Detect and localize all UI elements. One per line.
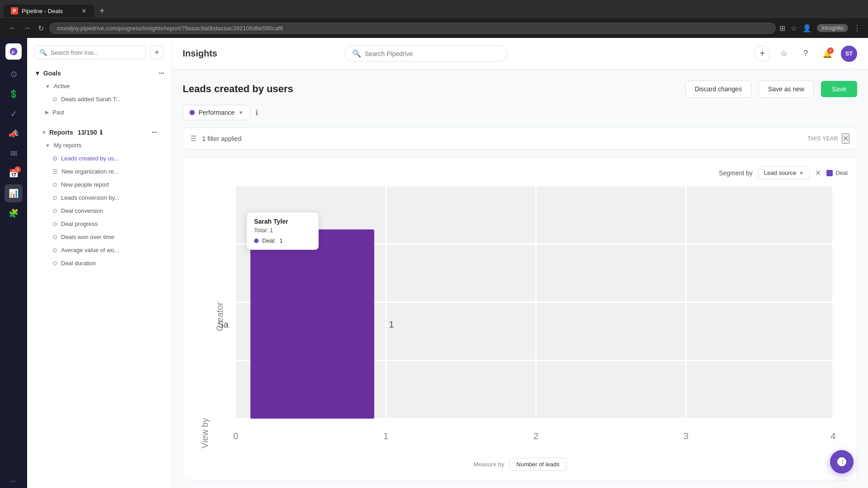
sidebar-item-new-org[interactable]: ☰ New organization re...	[34, 165, 164, 178]
sidebar-item-my-reports[interactable]: ▼ My reports	[34, 139, 164, 152]
reload-button[interactable]: ↻	[36, 22, 46, 34]
notification-badge: 2	[827, 47, 834, 54]
deal-progress-icon: ⊙	[52, 221, 57, 227]
notification-icon[interactable]: 🔔 2	[819, 46, 835, 62]
address-bar[interactable]: moodjoy.pipedrive.com/progress/insights/…	[49, 23, 776, 34]
filter-bar: ☰ 1 filter applied THIS YEAR ✕	[183, 127, 857, 150]
sidebar-item-deal-progress[interactable]: ⊙ Deal progress	[34, 217, 164, 230]
save-as-new-button[interactable]: Save as new	[759, 80, 814, 98]
extensions-icon[interactable]: ⊞	[779, 24, 785, 33]
forward-button[interactable]: →	[22, 22, 33, 34]
rail-calendar-icon[interactable]: 📅 2	[5, 164, 23, 183]
goals-collapse-icon: ▼	[34, 70, 41, 77]
report-area: Leads created by users Discard changes S…	[172, 70, 868, 488]
sidebar-item-leads-created[interactable]: ⊙ Leads created by us...	[34, 152, 164, 165]
user-avatar[interactable]: ST	[841, 46, 857, 62]
leads-created-label: Leads created by us...	[61, 155, 119, 162]
reports-count-label: 13/150	[78, 129, 97, 136]
chart-card: Segment by Lead source ▼ ✕ Deal	[183, 157, 857, 480]
rail-home-icon[interactable]: ⊙	[5, 65, 23, 83]
reports-section: ▼ Reports 13/150 ℹ ··· ▼ My reports ⊙ Le…	[27, 122, 171, 273]
close-filter-button[interactable]: ✕	[842, 133, 849, 144]
tooltip-deal-label: Deal:	[262, 237, 276, 244]
sidebar-item-leads-conversion[interactable]: ⊙ Leads conversion by...	[34, 191, 164, 204]
bookmark-icon[interactable]: ☆	[791, 24, 797, 33]
deal-duration-label: Deal duration	[61, 260, 96, 267]
close-segment-button[interactable]: ✕	[815, 169, 821, 177]
sidebar-search-icon: 🔍	[39, 49, 47, 56]
active-tab[interactable]: P Pipeline - Deals ✕	[4, 5, 94, 17]
svg-text:p: p	[12, 49, 15, 54]
sidebar-item-deal-duration[interactable]: ⊙ Deal duration	[34, 257, 164, 270]
legend-deal-dot	[826, 170, 833, 176]
chart-container: 0 1 2 3 4 Sa 1 Creator View by	[192, 185, 848, 449]
sidebar-item-deals-won[interactable]: ⊙ Deals won over time	[34, 230, 164, 244]
nav-icons: ⊞ ☆ 👤 Incognito ⋮	[779, 24, 861, 33]
menu-icon[interactable]: ⋮	[854, 24, 861, 33]
sidebar-add-button[interactable]: +	[150, 45, 164, 60]
svg-text:View by: View by	[200, 418, 210, 449]
sidebar-item-avg-value[interactable]: ⊙ Average value of wo...	[34, 244, 164, 257]
bookmark-star-icon[interactable]: ☆	[776, 46, 792, 62]
leads-created-icon: ⊙	[52, 155, 57, 162]
rail-deals-icon[interactable]: 💲	[5, 85, 23, 103]
browser-nav: ← → ↻ moodjoy.pipedrive.com/progress/ins…	[0, 18, 868, 38]
sidebar-item-deals-added[interactable]: ⊙ Deals added Sarah T...	[34, 93, 164, 106]
performance-button[interactable]: Performance ▼	[183, 105, 250, 120]
svg-text:3: 3	[684, 431, 689, 441]
rail-more-icon[interactable]: ···	[10, 476, 17, 486]
app-title: Insights	[183, 48, 217, 59]
svg-text:Creator: Creator	[215, 302, 225, 331]
tab-favicon: P	[11, 7, 18, 14]
new-org-icon: ☰	[52, 168, 58, 175]
rail-leads-icon[interactable]: ✓	[5, 105, 23, 123]
chart-controls: Segment by Lead source ▼ ✕ Deal	[192, 166, 848, 179]
save-button[interactable]: Save	[821, 81, 857, 97]
reports-more-icon[interactable]: ···	[151, 129, 157, 136]
goals-more-icon[interactable]: ···	[159, 70, 164, 77]
sidebar-search-box[interactable]: 🔍	[34, 46, 146, 59]
tab-close-btn[interactable]: ✕	[81, 7, 87, 14]
global-add-button[interactable]: +	[754, 46, 770, 62]
measure-bar: Measure by Number of leads	[192, 454, 848, 471]
sidebar-item-past[interactable]: ▶ Past	[34, 106, 164, 119]
reports-info-icon[interactable]: ℹ	[100, 129, 102, 136]
svg-text:2: 2	[533, 431, 539, 441]
my-reports-label: My reports	[54, 142, 81, 149]
address-text: moodjoy.pipedrive.com/progress/insights/…	[57, 25, 283, 32]
svg-text:0: 0	[233, 431, 239, 441]
rail-campaigns-icon[interactable]: 📣	[5, 125, 23, 143]
sidebar-item-new-people[interactable]: ⊙ New people report	[34, 178, 164, 191]
chart-legend: Deal	[826, 169, 848, 176]
sidebar-search-input[interactable]	[51, 49, 141, 56]
performance-info-icon[interactable]: ℹ	[255, 108, 258, 117]
calendar-badge: 2	[14, 166, 21, 173]
top-search-input[interactable]	[365, 50, 500, 57]
lead-source-button[interactable]: Lead source ▼	[758, 166, 810, 179]
fab-button[interactable]	[830, 450, 854, 474]
filter-icon: ☰	[190, 134, 197, 143]
profile-icon[interactable]: 👤	[802, 24, 811, 33]
rail-mail-icon[interactable]: ✉	[5, 145, 23, 163]
performance-dot	[189, 110, 195, 115]
svg-text:4: 4	[830, 431, 836, 441]
new-tab-button[interactable]: +	[96, 6, 108, 16]
measure-by-button[interactable]: Number of leads	[509, 458, 566, 471]
this-year-badge: THIS YEAR ✕	[807, 133, 849, 144]
reports-section-header[interactable]: ▼ Reports 13/150 ℹ ···	[34, 126, 164, 139]
browser-chrome: P Pipeline - Deals ✕ + ← → ↻ moodjoy.pip…	[0, 0, 868, 38]
deals-won-icon: ⊙	[52, 234, 57, 240]
sidebar: 🔍 + ▼ Goals ··· ▼ Active ⊙	[27, 38, 172, 488]
rail-reports-icon[interactable]: 📊	[5, 184, 23, 202]
app-logo[interactable]: p	[5, 43, 22, 60]
sidebar-item-active[interactable]: ▼ Active	[34, 80, 164, 93]
goals-section-header[interactable]: ▼ Goals ···	[34, 67, 164, 80]
sidebar-item-deal-conversion[interactable]: ⊙ Deal conversion	[34, 204, 164, 217]
rail-products-icon[interactable]: 🧩	[5, 204, 23, 222]
top-bar-search[interactable]: 🔍	[344, 45, 507, 62]
back-button[interactable]: ←	[7, 22, 18, 34]
help-icon[interactable]: ?	[797, 46, 814, 62]
chart-tooltip: Sarah Tyler Total: 1 Deal: 1	[246, 212, 319, 250]
discard-changes-button[interactable]: Discard changes	[685, 80, 751, 98]
goals-section: ▼ Goals ··· ▼ Active ⊙ Deals added Sarah…	[27, 63, 171, 122]
